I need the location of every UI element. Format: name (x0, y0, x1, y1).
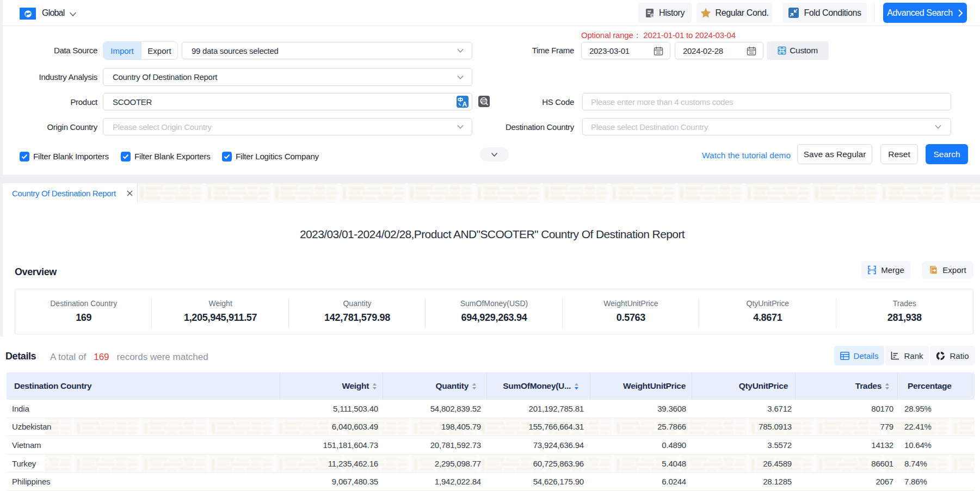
svg-text:A: A (463, 101, 467, 108)
